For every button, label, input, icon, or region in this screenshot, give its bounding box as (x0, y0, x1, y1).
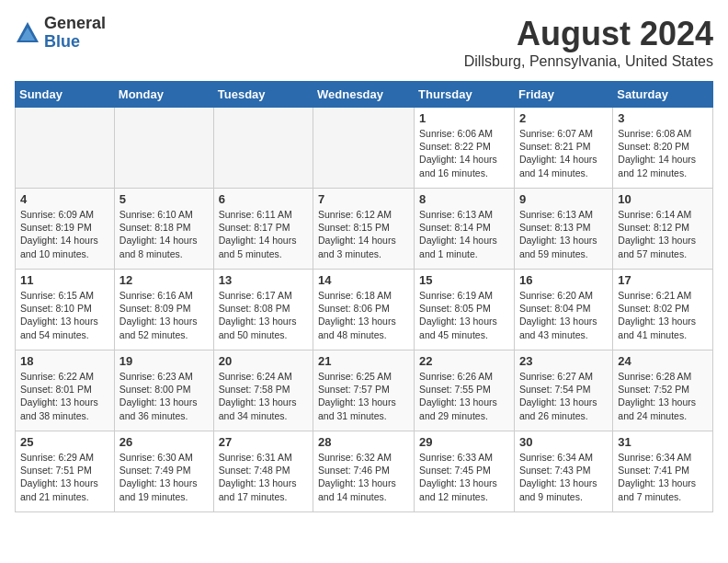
calendar-cell: 25Sunrise: 6:29 AM Sunset: 7:51 PM Dayli… (16, 431, 115, 512)
day-info: Sunrise: 6:23 AM Sunset: 8:00 PM Dayligh… (119, 370, 209, 422)
title-block: August 2024 Dillsburg, Pennsylvania, Uni… (464, 15, 713, 70)
col-header-thursday: Thursday (415, 82, 515, 108)
month-year: August 2024 (464, 15, 713, 53)
day-info: Sunrise: 6:34 AM Sunset: 7:43 PM Dayligh… (519, 451, 608, 503)
col-header-monday: Monday (114, 82, 213, 108)
day-info: Sunrise: 6:07 AM Sunset: 8:21 PM Dayligh… (519, 127, 608, 179)
location: Dillsburg, Pennsylvania, United States (464, 53, 713, 70)
day-number: 29 (419, 435, 509, 449)
col-header-wednesday: Wednesday (313, 82, 415, 108)
calendar-cell: 19Sunrise: 6:23 AM Sunset: 8:00 PM Dayli… (114, 350, 213, 431)
day-info: Sunrise: 6:33 AM Sunset: 7:45 PM Dayligh… (419, 451, 509, 503)
calendar-cell (213, 108, 313, 189)
day-info: Sunrise: 6:21 AM Sunset: 8:02 PM Dayligh… (618, 289, 708, 341)
calendar-week-row: 25Sunrise: 6:29 AM Sunset: 7:51 PM Dayli… (16, 431, 713, 512)
col-header-friday: Friday (514, 82, 612, 108)
calendar-cell: 2Sunrise: 6:07 AM Sunset: 8:21 PM Daylig… (514, 108, 612, 189)
calendar-cell: 16Sunrise: 6:20 AM Sunset: 8:04 PM Dayli… (514, 270, 612, 350)
logo-blue: Blue (44, 33, 106, 52)
calendar-cell: 14Sunrise: 6:18 AM Sunset: 8:06 PM Dayli… (313, 270, 415, 350)
day-number: 5 (119, 192, 209, 206)
day-info: Sunrise: 6:18 AM Sunset: 8:06 PM Dayligh… (318, 289, 409, 341)
day-info: Sunrise: 6:27 AM Sunset: 7:54 PM Dayligh… (519, 370, 608, 422)
day-number: 16 (519, 273, 608, 287)
day-info: Sunrise: 6:06 AM Sunset: 8:22 PM Dayligh… (419, 127, 509, 179)
calendar-cell: 1Sunrise: 6:06 AM Sunset: 8:22 PM Daylig… (415, 108, 515, 189)
calendar-header-row: SundayMondayTuesdayWednesdayThursdayFrid… (16, 82, 713, 108)
day-info: Sunrise: 6:15 AM Sunset: 8:10 PM Dayligh… (20, 289, 109, 341)
calendar-cell: 18Sunrise: 6:22 AM Sunset: 8:01 PM Dayli… (16, 350, 115, 431)
calendar-cell: 15Sunrise: 6:19 AM Sunset: 8:05 PM Dayli… (415, 270, 515, 350)
calendar-cell: 17Sunrise: 6:21 AM Sunset: 8:02 PM Dayli… (613, 270, 713, 350)
day-info: Sunrise: 6:25 AM Sunset: 7:57 PM Dayligh… (318, 370, 409, 422)
day-number: 9 (519, 192, 608, 206)
day-number: 28 (318, 435, 409, 449)
day-number: 20 (219, 354, 308, 368)
day-info: Sunrise: 6:13 AM Sunset: 8:14 PM Dayligh… (419, 208, 509, 260)
day-number: 12 (119, 273, 209, 287)
col-header-sunday: Sunday (16, 82, 115, 108)
day-number: 11 (20, 273, 109, 287)
calendar-cell: 3Sunrise: 6:08 AM Sunset: 8:20 PM Daylig… (613, 108, 713, 189)
calendar-cell: 9Sunrise: 6:13 AM Sunset: 8:13 PM Daylig… (514, 189, 612, 270)
day-number: 25 (20, 435, 109, 449)
day-number: 18 (20, 354, 109, 368)
day-number: 23 (519, 354, 608, 368)
day-info: Sunrise: 6:12 AM Sunset: 8:15 PM Dayligh… (318, 208, 409, 260)
day-number: 19 (119, 354, 209, 368)
calendar-cell: 30Sunrise: 6:34 AM Sunset: 7:43 PM Dayli… (514, 431, 612, 512)
logo-general: General (44, 15, 106, 33)
day-number: 15 (419, 273, 509, 287)
calendar-cell: 31Sunrise: 6:34 AM Sunset: 7:41 PM Dayli… (613, 431, 713, 512)
calendar-table: SundayMondayTuesdayWednesdayThursdayFrid… (15, 81, 713, 512)
day-number: 24 (618, 354, 708, 368)
day-number: 6 (219, 192, 308, 206)
day-info: Sunrise: 6:22 AM Sunset: 8:01 PM Dayligh… (20, 370, 109, 422)
col-header-tuesday: Tuesday (213, 82, 313, 108)
day-info: Sunrise: 6:19 AM Sunset: 8:05 PM Dayligh… (419, 289, 509, 341)
calendar-cell: 26Sunrise: 6:30 AM Sunset: 7:49 PM Dayli… (114, 431, 213, 512)
day-info: Sunrise: 6:24 AM Sunset: 7:58 PM Dayligh… (219, 370, 308, 422)
day-info: Sunrise: 6:11 AM Sunset: 8:17 PM Dayligh… (219, 208, 308, 260)
day-number: 2 (519, 111, 608, 125)
calendar-week-row: 1Sunrise: 6:06 AM Sunset: 8:22 PM Daylig… (16, 108, 713, 189)
calendar-cell: 8Sunrise: 6:13 AM Sunset: 8:14 PM Daylig… (415, 189, 515, 270)
day-number: 4 (20, 192, 109, 206)
day-info: Sunrise: 6:30 AM Sunset: 7:49 PM Dayligh… (119, 451, 209, 503)
calendar-week-row: 18Sunrise: 6:22 AM Sunset: 8:01 PM Dayli… (16, 350, 713, 431)
day-info: Sunrise: 6:28 AM Sunset: 7:52 PM Dayligh… (618, 370, 708, 422)
calendar-cell (16, 108, 115, 189)
calendar-cell: 22Sunrise: 6:26 AM Sunset: 7:55 PM Dayli… (415, 350, 515, 431)
day-number: 27 (219, 435, 308, 449)
calendar-cell (114, 108, 213, 189)
calendar-cell: 7Sunrise: 6:12 AM Sunset: 8:15 PM Daylig… (313, 189, 415, 270)
calendar-cell: 10Sunrise: 6:14 AM Sunset: 8:12 PM Dayli… (613, 189, 713, 270)
logo: General Blue (15, 15, 106, 52)
day-number: 8 (419, 192, 509, 206)
calendar-cell: 5Sunrise: 6:10 AM Sunset: 8:18 PM Daylig… (114, 189, 213, 270)
day-number: 10 (618, 192, 708, 206)
calendar-cell (313, 108, 415, 189)
day-info: Sunrise: 6:20 AM Sunset: 8:04 PM Dayligh… (519, 289, 608, 341)
calendar-cell: 23Sunrise: 6:27 AM Sunset: 7:54 PM Dayli… (514, 350, 612, 431)
day-info: Sunrise: 6:10 AM Sunset: 8:18 PM Dayligh… (119, 208, 209, 260)
calendar-cell: 29Sunrise: 6:33 AM Sunset: 7:45 PM Dayli… (415, 431, 515, 512)
day-number: 3 (618, 111, 708, 125)
calendar-week-row: 4Sunrise: 6:09 AM Sunset: 8:19 PM Daylig… (16, 189, 713, 270)
calendar-cell: 27Sunrise: 6:31 AM Sunset: 7:48 PM Dayli… (213, 431, 313, 512)
day-number: 14 (318, 273, 409, 287)
calendar-cell: 13Sunrise: 6:17 AM Sunset: 8:08 PM Dayli… (213, 270, 313, 350)
logo-text: General Blue (44, 15, 106, 52)
col-header-saturday: Saturday (613, 82, 713, 108)
calendar-cell: 4Sunrise: 6:09 AM Sunset: 8:19 PM Daylig… (16, 189, 115, 270)
day-number: 30 (519, 435, 608, 449)
calendar-cell: 11Sunrise: 6:15 AM Sunset: 8:10 PM Dayli… (16, 270, 115, 350)
day-info: Sunrise: 6:17 AM Sunset: 8:08 PM Dayligh… (219, 289, 308, 341)
day-info: Sunrise: 6:31 AM Sunset: 7:48 PM Dayligh… (219, 451, 308, 503)
day-info: Sunrise: 6:34 AM Sunset: 7:41 PM Dayligh… (618, 451, 708, 503)
day-number: 17 (618, 273, 708, 287)
day-number: 13 (219, 273, 308, 287)
day-info: Sunrise: 6:09 AM Sunset: 8:19 PM Dayligh… (20, 208, 109, 260)
logo-icon (15, 20, 40, 46)
day-info: Sunrise: 6:32 AM Sunset: 7:46 PM Dayligh… (318, 451, 409, 503)
